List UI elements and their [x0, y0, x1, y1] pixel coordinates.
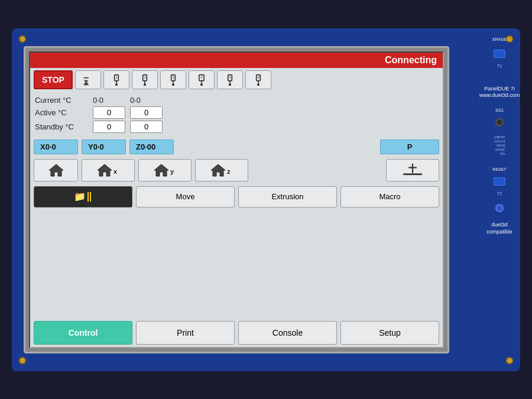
movement-row: x y z — [30, 157, 443, 184]
tool1-button[interactable]: 1 — [103, 70, 129, 89]
board-label: PanelDUE 7iwww.duet3d.com — [479, 86, 520, 99]
t2-label: T2 — [497, 192, 502, 196]
sg1-led — [495, 118, 504, 126]
svg-point-24 — [258, 84, 259, 86]
pin-nc: NC▪NC — [494, 148, 505, 151]
home-z-button[interactable]: z — [195, 159, 248, 181]
macro-button[interactable]: Macro — [340, 186, 439, 207]
standby-temp-label: Standby °C — [35, 122, 88, 131]
control-nav-button[interactable]: Control — [34, 321, 132, 345]
svg-text:6: 6 — [257, 76, 259, 79]
position-bar: X0·0 Y0·0 Z0·00 P — [30, 137, 443, 157]
mounting-hole-tl — [19, 35, 26, 43]
bed-level-button[interactable] — [386, 159, 439, 181]
print-nav-button[interactable]: Print — [136, 321, 235, 345]
action-row: 📁 Move Extrusion Macro — [30, 184, 443, 210]
home-y-button[interactable]: y — [138, 159, 192, 181]
pin-connector: GND▪5V CLK▪CS DO▪DI NC▪NC DIn — [494, 135, 505, 155]
setup-nav-button[interactable]: Setup — [340, 321, 439, 345]
home-x-button[interactable]: x — [82, 159, 135, 181]
svg-point-12 — [173, 84, 174, 86]
svg-text:2: 2 — [144, 76, 145, 79]
current-temp-val2: 0·0 — [130, 96, 163, 105]
folder-icon: 📁 — [74, 191, 86, 202]
erase-label: ERASE — [492, 37, 507, 41]
svg-text:3: 3 — [172, 76, 174, 79]
pin-gnd: GND▪5V — [494, 135, 505, 139]
file-bars-icon — [87, 192, 92, 202]
pin-do: DO▪DI — [494, 144, 505, 147]
svg-text:z: z — [227, 168, 231, 175]
pin-clk: CLK▪CS — [494, 140, 505, 143]
tool3-button[interactable]: 3 — [160, 70, 186, 89]
standby-temp-row: Standby °C — [35, 121, 438, 133]
bed-heat-button[interactable] — [75, 70, 101, 89]
tool4-button[interactable]: 4 — [189, 70, 215, 89]
svg-marker-31 — [211, 164, 225, 176]
erase-button[interactable] — [494, 50, 505, 58]
current-temp-label: Current °C — [35, 96, 88, 105]
console-nav-button[interactable]: Console — [238, 321, 337, 345]
svg-point-16 — [201, 84, 203, 86]
active-temp-input1[interactable] — [93, 106, 125, 119]
z-position-button[interactable]: Z0·00 — [129, 140, 174, 154]
active-temp-label: Active °C — [35, 108, 88, 117]
temperature-section: Current °C 0·0 0·0 Active °C Standby °C — [30, 92, 443, 137]
tool2-button[interactable]: 2 — [132, 70, 158, 89]
active-temp-row: Active °C — [35, 106, 438, 119]
svg-point-20 — [229, 84, 231, 86]
lcd-screen: Connecting STOP — [29, 51, 444, 348]
svg-text:1: 1 — [115, 76, 117, 79]
status-text: Connecting — [385, 55, 437, 65]
active-temp-input2[interactable] — [130, 106, 163, 119]
tool6-button[interactable]: 6 — [245, 70, 271, 89]
stop-button[interactable]: STOP — [34, 70, 73, 89]
compatible-label: duet3dcompatible — [486, 222, 512, 235]
svg-text:4: 4 — [200, 76, 203, 79]
bottom-nav: Control Print Console Setup — [30, 319, 443, 347]
svg-marker-26 — [49, 164, 63, 176]
home-all-button[interactable] — [34, 159, 78, 181]
mounting-hole-bl — [19, 357, 26, 364]
svg-point-8 — [144, 84, 146, 86]
svg-point-4 — [116, 84, 118, 86]
current-temp-row: Current °C 0·0 0·0 — [35, 96, 438, 105]
right-panel: ERASE T1 PanelDUE 7iwww.duet3d.com SG1 G… — [479, 28, 520, 371]
svg-text:y: y — [170, 168, 174, 175]
toolbar: STOP 1 — [30, 68, 443, 92]
move-button[interactable]: Move — [136, 186, 235, 207]
lcd-outer: Connecting STOP — [24, 46, 449, 353]
reset-button[interactable] — [494, 177, 505, 186]
svg-text:x: x — [113, 168, 118, 175]
wifi-led — [495, 204, 504, 212]
files-button[interactable]: 📁 — [34, 186, 132, 207]
status-bar: Connecting — [30, 53, 443, 68]
svg-text:5: 5 — [229, 76, 231, 79]
extrusion-button[interactable]: Extrusion — [238, 186, 337, 207]
standby-temp-input2[interactable] — [130, 121, 163, 133]
current-temp-val1: 0·0 — [93, 96, 125, 105]
svg-marker-29 — [154, 164, 168, 176]
p-position-button[interactable]: P — [380, 140, 439, 154]
x-position-button[interactable]: X0·0 — [34, 140, 78, 154]
sg1-label: SG1 — [495, 108, 504, 112]
reset-label: RESET — [492, 167, 506, 171]
y-position-button[interactable]: Y0·0 — [82, 140, 126, 154]
standby-temp-input1[interactable] — [93, 121, 125, 133]
svg-marker-27 — [98, 164, 112, 176]
board: Connecting STOP — [12, 28, 520, 371]
pin-din: DIn — [494, 152, 505, 155]
t1-label: T1 — [497, 64, 502, 68]
tool5-button[interactable]: 5 — [217, 70, 243, 89]
